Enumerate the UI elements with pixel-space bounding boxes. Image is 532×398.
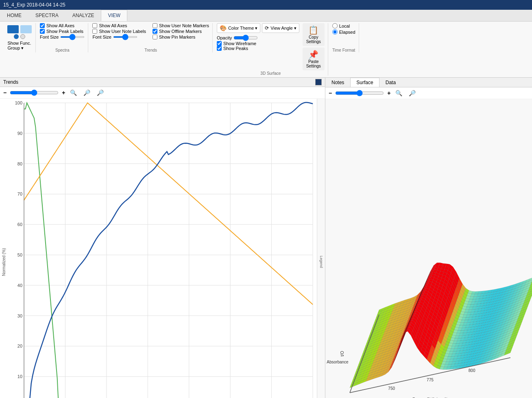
copy-icon: 📋 — [308, 25, 318, 35]
local-radio-row: Local — [332, 23, 355, 28]
paste-icon: 📌 — [308, 50, 318, 59]
show-peaks-check[interactable] — [217, 46, 222, 51]
font-size-trends-row: Font Size — [92, 35, 146, 39]
ribbon-group-showfunc: Show Func.Group ▾ — [3, 23, 36, 52]
trends-panel: Trends − + 🔍 🔎 🔎 Normalized (%) Legend — [0, 78, 325, 398]
local-radio[interactable] — [332, 23, 338, 28]
right-zoom-fit-btn[interactable]: 🔍 — [394, 89, 404, 97]
tab-notes[interactable]: Notes — [325, 78, 350, 87]
tab-data[interactable]: Data — [379, 78, 402, 87]
show-wireframe-row: Show Wireframe — [217, 41, 299, 46]
show-user-note-labels-row: Show User Note Labels — [92, 29, 146, 34]
surface-3d-area[interactable] — [325, 99, 532, 398]
view-angle-button[interactable]: ⟳ View Angle ▾ — [262, 23, 299, 33]
surface3d-col1: 🎨 Color Theme ▾ ⟳ View Angle ▾ Opacity — [217, 23, 299, 70]
ribbon-group-trends: Show All Axes Show User Note Labels Font… — [89, 23, 212, 52]
show-all-axes-trends-row: Show All Axes — [92, 23, 146, 28]
title-bar: 15_4_Exp 2018-04-04 14-25 — [0, 0, 532, 10]
tab-spectra[interactable]: SPECTRA — [28, 10, 65, 21]
right-zoom-slider[interactable] — [335, 90, 384, 96]
trends-chart-inner[interactable] — [8, 99, 317, 398]
trends-zoom-slider[interactable] — [10, 89, 59, 96]
right-zoom-btn2[interactable]: 🔎 — [407, 89, 417, 97]
zoom-plus-btn[interactable]: + — [62, 89, 65, 96]
ribbon-group-3d: 🎨 Color Theme ▾ ⟳ View Angle ▾ Opacity — [214, 23, 328, 76]
font-size-spectra-label: Font Size — [40, 35, 59, 39]
trends-col1: Show All Axes Show User Note Labels Font… — [92, 23, 146, 39]
show-peaks-row: Show Peaks — [217, 46, 299, 51]
zoom-in-btn[interactable]: 🔎 — [82, 89, 92, 97]
zoom-minus-btn[interactable]: − — [3, 89, 7, 96]
local-label: Local — [339, 24, 350, 28]
zoom-out-btn[interactable]: 🔎 — [95, 89, 105, 97]
right-zoom-plus[interactable]: + — [387, 90, 390, 96]
trends-title: Trends — [3, 79, 18, 85]
show-peak-labels-label: Show Peak Labels — [46, 29, 83, 34]
copy-settings-label: CopySettings — [306, 35, 321, 44]
ribbon-group-spectra: Show All Axes Show Peak Labels Font Size… — [37, 23, 88, 52]
right-zoom-minus[interactable]: − — [329, 90, 332, 96]
trends-panel-collapse-icon[interactable] — [315, 79, 322, 85]
font-size-trends-label: Font Size — [92, 35, 111, 39]
show-user-note-markers-label: Show User Note Markers — [159, 23, 209, 28]
right-chart-toolbar: − + 🔍 🔎 — [325, 87, 532, 99]
show-offline-markers-row: Show Offline Markers — [153, 29, 209, 34]
show-peaks-label: Show Peaks — [223, 46, 248, 51]
show-wireframe-label: Show Wireframe — [223, 41, 256, 46]
legend-label: Legend — [319, 256, 323, 268]
spectra-content: Show All Axes Show Peak Labels Font Size — [40, 23, 85, 47]
show-peak-labels-row: Show Peak Labels — [40, 29, 85, 34]
show-pin-markers-row: Show Pin Markers — [153, 35, 209, 39]
show-peak-labels-check[interactable] — [40, 29, 45, 34]
paste-settings-button[interactable]: 📌 PasteSettings — [303, 48, 325, 70]
show-offline-markers-label: Show Offline Markers — [159, 29, 202, 34]
opacity-slider[interactable] — [233, 35, 258, 41]
show-all-axes-trends-label: Show All Axes — [99, 23, 127, 28]
trends-legend-strip[interactable]: Legend — [317, 99, 325, 398]
main-content: Trends − + 🔍 🔎 🔎 Normalized (%) Legend N… — [0, 78, 532, 398]
show-all-axes-spectra-check[interactable] — [40, 23, 45, 28]
show-pin-markers-label: Show Pin Markers — [159, 35, 195, 39]
show-all-axes-trends-check[interactable] — [92, 23, 97, 28]
surface3d-col2: 📋 CopySettings 📌 PasteSettings — [303, 23, 325, 70]
surface-canvas — [325, 99, 532, 398]
tab-home[interactable]: HOME — [0, 10, 28, 21]
ribbon-content: Show Func.Group ▾ Show All Axes Show Pea… — [0, 22, 532, 77]
copy-settings-button[interactable]: 📋 CopySettings — [303, 23, 325, 46]
color-theme-button[interactable]: 🎨 Color Theme ▾ — [217, 23, 260, 33]
show-pin-markers-check[interactable] — [153, 35, 157, 39]
showfunc-label[interactable]: Show Func.Group ▾ — [7, 41, 31, 51]
right-tabs: Notes Surface Data — [325, 78, 532, 87]
surface3d-group-label: 3D Surface — [260, 70, 281, 76]
spectra-group-label: Spectra — [55, 47, 69, 52]
ribbon-tabs: HOME SPECTRA ANALYZE VIEW — [0, 10, 532, 22]
tab-surface[interactable]: Surface — [350, 78, 379, 87]
zoom-fit-btn[interactable]: 🔍 — [68, 89, 78, 97]
font-size-trends-slider[interactable] — [113, 36, 137, 38]
show-wireframe-check[interactable] — [217, 41, 222, 46]
title-text: 15_4_Exp 2018-04-04 14-25 — [3, 2, 65, 8]
elapsed-radio[interactable] — [332, 29, 338, 35]
color-wheel-icon: 🎨 — [220, 25, 227, 31]
trends-content: Show All Axes Show User Note Labels Font… — [92, 23, 209, 39]
trends-panel-header: Trends — [0, 78, 325, 87]
elapsed-radio-row: Elapsed — [332, 29, 355, 35]
elapsed-label: Elapsed — [339, 30, 355, 35]
trends-col2: Show User Note Markers Show Offline Mark… — [153, 23, 209, 39]
trends-canvas — [8, 99, 317, 398]
show-all-axes-spectra-row: Show All Axes — [40, 23, 85, 28]
font-size-spectra-slider[interactable] — [60, 36, 85, 38]
show-offline-markers-check[interactable] — [153, 29, 157, 34]
color-theme-label: Color Theme ▾ — [228, 26, 257, 31]
tab-view[interactable]: VIEW — [101, 10, 127, 21]
tab-analyze[interactable]: ANALYZE — [65, 10, 101, 21]
opacity-label: Opacity — [217, 35, 232, 40]
show-all-axes-spectra-label: Show All Axes — [46, 23, 74, 28]
showfunc-content — [7, 23, 32, 41]
trends-group-label: Trends — [144, 47, 157, 52]
font-size-spectra-row: Font Size — [40, 35, 85, 39]
show-user-note-markers-check[interactable] — [153, 23, 157, 28]
trends-y-axis-label: Normalized (%) — [0, 99, 8, 398]
right-panel: Notes Surface Data − + 🔍 🔎 — [325, 78, 532, 398]
show-user-note-labels-check[interactable] — [92, 29, 97, 34]
